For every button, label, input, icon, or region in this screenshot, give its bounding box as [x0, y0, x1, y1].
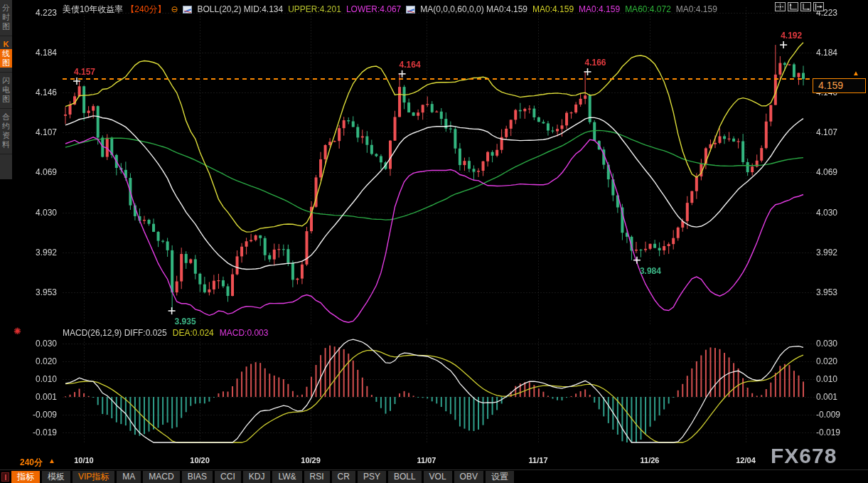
price-annotation: 4.192 — [781, 31, 802, 41]
macd-tick-right: 0.010 — [816, 374, 837, 384]
macd-tick-left: 0.001 — [20, 392, 57, 402]
period-badge: 【240分】 — [126, 4, 166, 16]
ma-group-readout: MA(0,0,0,60,0,0) MA0:4.159 — [420, 4, 527, 14]
x-axis-tick: 10/29 — [295, 456, 326, 465]
toolbar-button-0[interactable]: 指标 — [11, 471, 40, 483]
y-axis-tick-left: 4.069 — [20, 167, 57, 177]
mini-chart-icon[interactable] — [406, 6, 415, 14]
macd-tick-right: 0.030 — [816, 339, 837, 349]
ma60-readout: MA60:4.072 — [625, 4, 671, 14]
macd-tick-left: 0.010 — [20, 374, 57, 384]
boll-readout: BOLL(20,2) MID:4.134 — [197, 4, 283, 14]
toolbar-button-4[interactable]: MACD — [143, 471, 179, 483]
toolbar-button-14[interactable]: OBV — [454, 471, 483, 483]
y-axis-tick-right: 4.030 — [816, 208, 837, 218]
toolbar-button-5[interactable]: BIAS — [182, 471, 213, 483]
price-annotation: 3.984 — [640, 266, 661, 276]
watermark: FX678 — [771, 444, 837, 468]
price-up-arrow-icon: ▲ — [852, 69, 859, 77]
toolbar-button-3[interactable]: MA — [117, 471, 141, 483]
boll-upper-readout: UPPER:4.201 — [288, 4, 341, 14]
ma-gray-readout: MA0:4.159 — [676, 4, 717, 14]
dea-readout: DEA:0.024 — [173, 328, 214, 338]
chart-header: 美债10年收益率 【240分】 ⊖ BOLL(20,2) MID:4.134 U… — [63, 4, 717, 15]
ma-yellow-readout: MA0:4.159 — [532, 4, 574, 14]
sidebar-tab-0[interactable]: 分时图 — [0, 0, 12, 36]
sidebar-tab-2[interactable]: 闪电图 — [0, 73, 12, 109]
y-axis-tick-right: 4.184 — [816, 48, 837, 58]
macd-tick-right: -0.009 — [816, 410, 840, 420]
period-up-arrow-icon[interactable]: ▲ — [48, 457, 55, 465]
toolbar-button-7[interactable]: KDJ — [243, 471, 271, 483]
last-price-box: 4.159 — [813, 78, 866, 93]
toolbar-button-9[interactable]: RSI — [304, 471, 330, 483]
x-axis-tick: 11/26 — [634, 456, 665, 465]
macd-tick-right: 0.001 — [816, 392, 837, 402]
x-axis-tick: 11/07 — [411, 456, 442, 465]
indicator-toolbar: 指标模板VIP指标MAMACDBIASCCIKDJLW&RSICRPSYBOLL… — [0, 469, 868, 483]
macd-tick-left: -0.009 — [20, 410, 57, 420]
toolbar-button-12[interactable]: BOLL — [388, 471, 422, 483]
x-axis-tick: 12/04 — [730, 456, 761, 465]
mini-chart-icon[interactable] — [183, 6, 192, 14]
price-annotation: 4.164 — [400, 60, 421, 70]
macd-tick-right: 0.020 — [816, 356, 837, 366]
toolbar-button-15[interactable]: 设置 — [486, 471, 514, 483]
macd-value-readout: MACD:0.003 — [220, 328, 269, 338]
y-axis-tick-left: 4.146 — [20, 87, 57, 97]
macd-header: MACD(26,12,9) DIFF:0.025 DEA:0.024 MACD:… — [63, 328, 268, 338]
chart-app: 分时图K线图闪电图合约资料 美债10年收益率 【240分】 ⊖ BOLL(20,… — [0, 0, 868, 483]
x-axis-tick: 11/17 — [523, 456, 554, 465]
kline-mini-icon[interactable] — [1, 472, 9, 482]
period-label[interactable]: 240分 — [20, 457, 43, 469]
macd-tick-left: -0.019 — [20, 428, 57, 437]
macd-tick-right: -0.019 — [816, 428, 840, 437]
toolbar-button-1[interactable]: 模板 — [42, 471, 70, 483]
price-annotation: 4.166 — [585, 58, 606, 68]
macd-readout: MACD(26,12,9) DIFF:0.025 — [63, 328, 167, 338]
toolbar-button-11[interactable]: PSY — [358, 471, 386, 483]
collapse-circle-icon[interactable]: ⊖ — [171, 5, 178, 14]
y-axis-tick-right: 4.069 — [816, 167, 837, 177]
y-axis-tick-right: 4.107 — [816, 127, 837, 137]
toolbar-button-13[interactable]: VOL — [424, 471, 452, 483]
chart-toolbar-icons — [775, 2, 824, 11]
chart-canvas[interactable] — [0, 0, 868, 483]
pan-right-icon[interactable] — [813, 2, 824, 11]
chart-title: 美债10年收益率 — [63, 4, 123, 16]
boll-lower-readout: LOWER:4.067 — [346, 4, 401, 14]
sidebar: 分时图K线图闪电图合约资料 — [0, 0, 12, 179]
y-axis-scale-icon[interactable] — [788, 2, 798, 11]
y-axis-tick-left: 4.184 — [20, 48, 57, 58]
y-axis-tick-left: 3.992 — [20, 248, 57, 258]
y-axis-tick-left: 4.223 — [20, 8, 57, 18]
macd-tick-left: 0.020 — [20, 356, 57, 366]
y-axis-tick-right: 3.992 — [816, 248, 837, 258]
price-annotation: 4.157 — [74, 67, 95, 77]
toolbar-button-8[interactable]: LW& — [272, 471, 301, 483]
alert-icon[interactable]: ✺ — [14, 326, 21, 336]
toolbar-button-6[interactable]: CCI — [215, 471, 241, 483]
x-axis-tick: 10/20 — [184, 456, 215, 465]
price-annotation: 3.935 — [175, 317, 196, 327]
x-axis-tick: 10/10 — [68, 456, 100, 465]
y-axis-tick-left: 4.107 — [20, 127, 57, 137]
toolbar-button-2[interactable]: VIP指标 — [73, 471, 114, 483]
x-axis-scale-icon[interactable] — [800, 2, 811, 11]
ma-magenta-readout: MA0:4.159 — [579, 4, 620, 14]
y-axis-tick-left: 3.953 — [20, 287, 57, 297]
y-axis-tick-right: 3.953 — [816, 287, 837, 297]
sidebar-tab-3[interactable]: 合约资料 — [0, 109, 12, 154]
crosshair-icon[interactable] — [775, 2, 786, 11]
y-axis-tick-left: 4.030 — [20, 208, 57, 218]
sidebar-tab-1[interactable]: K线图 — [0, 36, 12, 73]
toolbar-button-10[interactable]: CR — [332, 471, 355, 483]
macd-tick-left: 0.030 — [20, 339, 57, 349]
